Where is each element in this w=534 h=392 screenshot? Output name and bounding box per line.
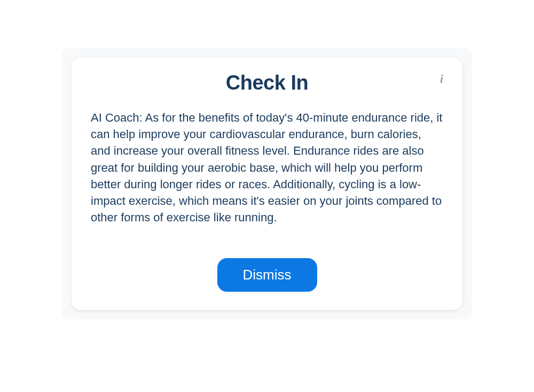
card-title: Check In: [91, 71, 443, 94]
card-body-text: AI Coach: As for the benefits of today's…: [91, 109, 443, 226]
check-in-card: Check In i AI Coach: As for the benefits…: [72, 58, 462, 310]
dismiss-button[interactable]: Dismiss: [217, 258, 317, 292]
card-header: Check In i: [91, 71, 443, 94]
info-icon[interactable]: i: [437, 74, 446, 83]
modal-backdrop: Check In i AI Coach: As for the benefits…: [62, 48, 472, 319]
card-actions: Dismiss: [91, 258, 443, 292]
